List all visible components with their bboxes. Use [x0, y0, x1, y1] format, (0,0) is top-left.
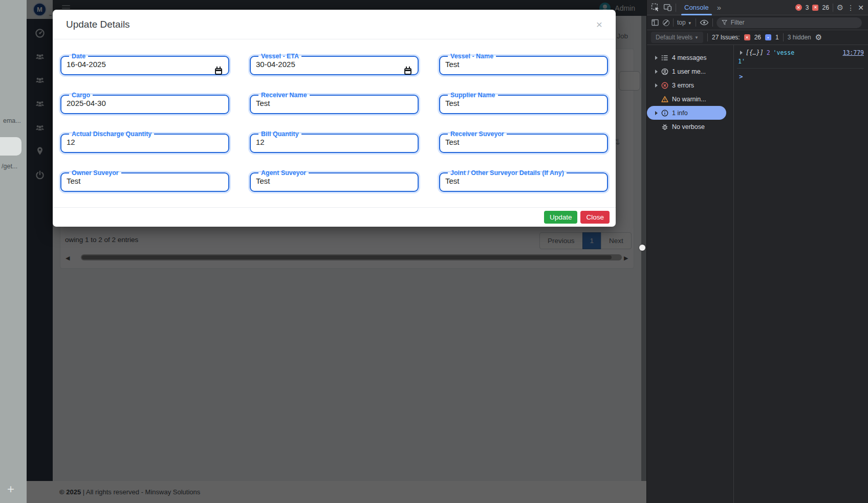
message-count: 26	[822, 4, 829, 11]
issues-messages-count: 26	[754, 34, 761, 41]
expand-arrow-placeholder	[655, 97, 658, 101]
modal-body: Date Vessel - ETA Vessel - Name Cargo Re…	[53, 39, 616, 192]
expand-arrow-icon[interactable]	[655, 70, 658, 74]
cursor-dot	[639, 245, 645, 251]
field-date: Date	[60, 53, 229, 75]
clear-console-icon[interactable]	[663, 19, 669, 26]
agent-surveyor-input[interactable]	[256, 177, 413, 185]
clipped-text-top: ema...	[3, 117, 21, 124]
clipped-text-bottom: /get...	[2, 163, 17, 170]
field-joint-other-surveyor: Joint / Other Surveyor Details (If Any)	[439, 169, 608, 192]
log-levels-dropdown[interactable]: Default levels▼	[651, 32, 703, 43]
context-selector[interactable]: top▼	[677, 19, 692, 26]
tab-console[interactable]: Console	[680, 0, 713, 15]
expand-object-arrow-icon[interactable]	[740, 51, 743, 55]
actual-discharge-quantity-input[interactable]	[67, 138, 223, 146]
device-toolbar-icon[interactable]	[663, 3, 672, 12]
field-supplier-name: Supplier Name	[439, 92, 608, 114]
field-cargo: Cargo	[60, 92, 229, 114]
field-bill-quantity: Bill Quantity	[250, 130, 419, 153]
filter-input[interactable]	[731, 19, 857, 26]
logged-string-part1: 'vesse	[773, 49, 795, 56]
vessel-name-input[interactable]	[445, 60, 602, 69]
console-toolbar: top▼	[647, 15, 868, 30]
console-filter-user-messages[interactable]: 1 user me...	[647, 64, 733, 78]
owner-surveyor-input[interactable]	[67, 177, 223, 185]
supplier-name-input[interactable]	[445, 99, 602, 107]
console-log-area: [{…}] 2 'vesse 13:779 1' >	[734, 45, 868, 503]
field-label: Vessel - Name	[448, 53, 496, 60]
info-icon	[661, 110, 668, 117]
console-filter-verbose[interactable]: No verbose	[647, 120, 733, 134]
console-settings-gear-icon[interactable]: ⚙	[815, 33, 822, 42]
issues-badge-icon[interactable]: ✕	[812, 5, 818, 11]
console-filter-errors[interactable]: 3 errors	[647, 78, 733, 92]
cargo-input[interactable]	[67, 99, 223, 107]
expand-arrow-icon[interactable]	[655, 83, 658, 88]
expand-arrow-icon[interactable]	[655, 111, 658, 115]
devtools-panel: Console » ✕ 3 ✕ 26 ⚙ ⋮ ✕ top▼	[646, 0, 868, 503]
inspect-element-icon[interactable]	[651, 3, 660, 12]
background-window-strip: ema... /get... +	[0, 0, 27, 503]
more-tabs-icon[interactable]: »	[717, 3, 721, 12]
console-filter-all-messages[interactable]: 4 messages	[647, 51, 733, 64]
logged-number: 2	[767, 49, 770, 56]
field-label: Vessel - ETA	[258, 53, 301, 60]
field-label: Actual Discharge Quantity	[69, 130, 154, 138]
field-label: Cargo	[69, 92, 93, 99]
logged-string-part2: 1'	[737, 58, 864, 65]
filter-label: No verbose	[672, 123, 705, 130]
vessel-eta-input[interactable]	[256, 60, 399, 69]
devtools-close-icon[interactable]: ✕	[858, 4, 864, 12]
calendar-icon[interactable]	[215, 68, 222, 75]
modal-close-icon[interactable]: ×	[596, 19, 602, 30]
user-icon	[661, 68, 668, 75]
field-label: Agent Suveyor	[258, 169, 309, 177]
field-label: Bill Quantity	[258, 130, 301, 138]
kebab-menu-icon[interactable]: ⋮	[847, 4, 854, 12]
field-vessel-eta: Vessel - ETA	[250, 53, 419, 75]
field-label: Receiver Name	[258, 92, 310, 99]
expand-arrow-icon[interactable]	[655, 56, 658, 60]
console-log-entry: [{…}] 2 'vesse 13:779 1'	[737, 49, 864, 69]
filter-label: 4 messages	[672, 54, 706, 61]
field-vessel-name: Vessel - Name	[439, 53, 608, 75]
date-input[interactable]	[67, 60, 210, 69]
console-filter-warnings[interactable]: No warnin...	[647, 92, 733, 106]
bill-quantity-input[interactable]	[256, 138, 413, 146]
eye-icon[interactable]	[700, 19, 709, 26]
receiver-name-input[interactable]	[256, 99, 413, 107]
filter-label: 1 user me...	[672, 68, 706, 75]
field-receiver-name: Receiver Name	[250, 92, 419, 114]
error-badge-icon[interactable]: ✕	[795, 4, 802, 11]
devtools-tabbar: Console » ✕ 3 ✕ 26 ⚙ ⋮ ✕	[647, 0, 868, 15]
joint-other-surveyor-input[interactable]	[445, 177, 602, 185]
console-sidebar: 4 messages 1 user me... 3 errors No warn…	[647, 45, 734, 503]
issues-messages-icon: ✕	[744, 34, 750, 40]
update-details-modal: Update Details × Date Vessel - ETA Vesse…	[53, 10, 616, 227]
issues-info-icon: ▪	[765, 34, 771, 40]
field-receiver-surveyor: Receiver Suveyor	[439, 130, 608, 153]
hidden-messages-label[interactable]: 3 hidden	[788, 34, 811, 41]
new-tab-plus-icon[interactable]: +	[7, 482, 14, 496]
source-location-link[interactable]: 13:779	[842, 49, 864, 56]
issues-label[interactable]: 27 Issues:	[712, 34, 740, 41]
receiver-surveyor-input[interactable]	[445, 138, 602, 146]
field-label: Receiver Suveyor	[448, 130, 507, 138]
settings-gear-icon[interactable]: ⚙	[837, 3, 843, 12]
update-button[interactable]: Update	[544, 211, 578, 224]
calendar-icon[interactable]	[404, 68, 411, 75]
filter-box[interactable]	[717, 17, 862, 28]
filter-label: 1 info	[672, 110, 688, 117]
field-actual-discharge-quantity: Actual Discharge Quantity	[60, 130, 229, 153]
console-sidebar-toggle-icon[interactable]	[651, 18, 659, 27]
console-prompt-chevron-icon[interactable]: >	[737, 69, 864, 80]
array-preview[interactable]: [{…}]	[746, 49, 764, 56]
console-filter-info[interactable]: 1 info	[647, 106, 726, 120]
field-label: Date	[69, 53, 88, 60]
close-button[interactable]: Close	[580, 211, 610, 224]
expand-arrow-placeholder	[655, 125, 658, 129]
filter-label: 3 errors	[672, 82, 694, 89]
error-icon	[661, 82, 668, 89]
field-label: Supplier Name	[448, 92, 498, 99]
